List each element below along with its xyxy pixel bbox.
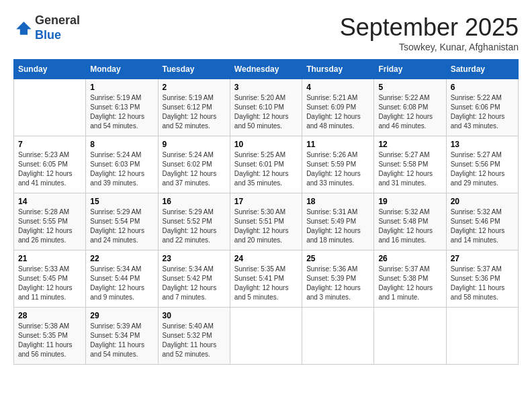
calendar-cell: 4Sunrise: 5:21 AMSunset: 6:09 PMDaylight…	[302, 79, 374, 136]
day-number: 26	[378, 254, 441, 263]
page-header: General Blue September 2025 Tsowkey, Kun…	[13, 13, 519, 52]
calendar-week-1: 1Sunrise: 5:19 AMSunset: 6:13 PMDaylight…	[14, 79, 519, 136]
calendar-cell: 5Sunrise: 5:22 AMSunset: 6:08 PMDaylight…	[374, 79, 446, 136]
day-number: 22	[90, 254, 153, 263]
day-info: Sunrise: 5:37 AMSunset: 5:38 PMDaylight:…	[378, 265, 441, 302]
title-block: September 2025 Tsowkey, Kunar, Afghanist…	[340, 13, 519, 52]
day-number: 3	[234, 83, 298, 92]
day-number: 10	[234, 140, 298, 149]
month-title: September 2025	[340, 13, 519, 42]
calendar-week-2: 7Sunrise: 5:23 AMSunset: 6:05 PMDaylight…	[14, 136, 519, 193]
day-info: Sunrise: 5:29 AMSunset: 5:52 PMDaylight:…	[163, 208, 226, 245]
day-info: Sunrise: 5:40 AMSunset: 5:32 PMDaylight:…	[163, 322, 226, 359]
calendar-cell: 27Sunrise: 5:37 AMSunset: 5:36 PMDayligh…	[446, 250, 518, 308]
calendar-week-3: 14Sunrise: 5:28 AMSunset: 5:55 PMDayligh…	[14, 193, 519, 250]
calendar-cell: 6Sunrise: 5:22 AMSunset: 6:06 PMDaylight…	[446, 79, 518, 136]
location: Tsowkey, Kunar, Afghanistan	[340, 42, 519, 52]
day-info: Sunrise: 5:31 AMSunset: 5:49 PMDaylight:…	[306, 208, 369, 245]
calendar-cell	[302, 308, 374, 365]
day-info: Sunrise: 5:30 AMSunset: 5:51 PMDaylight:…	[234, 208, 298, 245]
day-number: 8	[90, 140, 153, 149]
day-info: Sunrise: 5:25 AMSunset: 6:01 PMDaylight:…	[234, 150, 298, 188]
day-number: 15	[90, 197, 153, 206]
day-number: 7	[18, 140, 81, 149]
svg-marker-0	[16, 21, 31, 35]
calendar-body: 1Sunrise: 5:19 AMSunset: 6:13 PMDaylight…	[14, 79, 519, 365]
calendar-cell: 15Sunrise: 5:29 AMSunset: 5:54 PMDayligh…	[86, 193, 158, 250]
calendar-cell	[446, 308, 518, 365]
day-info: Sunrise: 5:32 AMSunset: 5:48 PMDaylight:…	[378, 208, 441, 245]
calendar-cell: 26Sunrise: 5:37 AMSunset: 5:38 PMDayligh…	[374, 250, 446, 308]
day-info: Sunrise: 5:33 AMSunset: 5:45 PMDaylight:…	[18, 265, 81, 302]
logo: General Blue	[13, 13, 80, 42]
logo-general: General	[35, 13, 80, 28]
day-info: Sunrise: 5:22 AMSunset: 6:06 PMDaylight:…	[451, 93, 514, 131]
weekday-header-sunday: Sunday	[14, 60, 86, 79]
day-info: Sunrise: 5:29 AMSunset: 5:54 PMDaylight:…	[90, 208, 153, 245]
day-info: Sunrise: 5:39 AMSunset: 5:34 PMDaylight:…	[90, 322, 153, 359]
calendar-cell: 8Sunrise: 5:24 AMSunset: 6:03 PMDaylight…	[86, 136, 158, 193]
day-info: Sunrise: 5:24 AMSunset: 6:02 PMDaylight:…	[163, 150, 226, 188]
day-number: 17	[234, 197, 298, 206]
weekday-header-thursday: Thursday	[302, 60, 374, 79]
day-info: Sunrise: 5:20 AMSunset: 6:10 PMDaylight:…	[234, 93, 298, 131]
day-number: 16	[163, 197, 226, 206]
calendar-cell: 16Sunrise: 5:29 AMSunset: 5:52 PMDayligh…	[158, 193, 230, 250]
calendar-header: SundayMondayTuesdayWednesdayThursdayFrid…	[14, 60, 519, 79]
logo-icon	[13, 19, 32, 38]
day-info: Sunrise: 5:19 AMSunset: 6:12 PMDaylight:…	[163, 93, 226, 131]
calendar-cell: 10Sunrise: 5:25 AMSunset: 6:01 PMDayligh…	[230, 136, 302, 193]
calendar-cell: 2Sunrise: 5:19 AMSunset: 6:12 PMDaylight…	[158, 79, 230, 136]
day-number: 4	[306, 83, 369, 92]
calendar-cell	[14, 79, 86, 136]
day-number: 23	[163, 254, 226, 263]
day-number: 24	[234, 254, 298, 263]
day-number: 20	[451, 197, 514, 206]
weekday-header-monday: Monday	[86, 60, 158, 79]
calendar-cell: 19Sunrise: 5:32 AMSunset: 5:48 PMDayligh…	[374, 193, 446, 250]
calendar-week-5: 28Sunrise: 5:38 AMSunset: 5:35 PMDayligh…	[14, 308, 519, 365]
day-info: Sunrise: 5:24 AMSunset: 6:03 PMDaylight:…	[90, 150, 153, 188]
day-number: 9	[163, 140, 226, 149]
weekday-header-saturday: Saturday	[446, 60, 518, 79]
calendar-cell: 9Sunrise: 5:24 AMSunset: 6:02 PMDaylight…	[158, 136, 230, 193]
day-info: Sunrise: 5:27 AMSunset: 5:58 PMDaylight:…	[378, 150, 441, 188]
day-info: Sunrise: 5:38 AMSunset: 5:35 PMDaylight:…	[18, 322, 81, 359]
calendar-cell: 23Sunrise: 5:34 AMSunset: 5:42 PMDayligh…	[158, 250, 230, 308]
day-number: 28	[18, 311, 81, 320]
calendar-cell	[374, 308, 446, 365]
calendar-cell: 3Sunrise: 5:20 AMSunset: 6:10 PMDaylight…	[230, 79, 302, 136]
day-number: 14	[18, 197, 81, 206]
logo-text: General Blue	[35, 13, 80, 42]
day-info: Sunrise: 5:21 AMSunset: 6:09 PMDaylight:…	[306, 93, 369, 131]
calendar-cell: 7Sunrise: 5:23 AMSunset: 6:05 PMDaylight…	[14, 136, 86, 193]
day-info: Sunrise: 5:26 AMSunset: 5:59 PMDaylight:…	[306, 150, 369, 188]
calendar-cell: 20Sunrise: 5:32 AMSunset: 5:46 PMDayligh…	[446, 193, 518, 250]
calendar-cell: 30Sunrise: 5:40 AMSunset: 5:32 PMDayligh…	[158, 308, 230, 365]
day-number: 13	[451, 140, 514, 149]
day-number: 1	[90, 83, 153, 92]
day-info: Sunrise: 5:19 AMSunset: 6:13 PMDaylight:…	[90, 93, 153, 131]
calendar-cell: 13Sunrise: 5:27 AMSunset: 5:56 PMDayligh…	[446, 136, 518, 193]
day-number: 30	[163, 311, 226, 320]
day-info: Sunrise: 5:34 AMSunset: 5:44 PMDaylight:…	[90, 265, 153, 302]
calendar-cell: 14Sunrise: 5:28 AMSunset: 5:55 PMDayligh…	[14, 193, 86, 250]
day-info: Sunrise: 5:22 AMSunset: 6:08 PMDaylight:…	[378, 93, 441, 131]
day-number: 19	[378, 197, 441, 206]
calendar-week-4: 21Sunrise: 5:33 AMSunset: 5:45 PMDayligh…	[14, 250, 519, 308]
calendar-cell: 21Sunrise: 5:33 AMSunset: 5:45 PMDayligh…	[14, 250, 86, 308]
calendar-cell: 29Sunrise: 5:39 AMSunset: 5:34 PMDayligh…	[86, 308, 158, 365]
day-info: Sunrise: 5:28 AMSunset: 5:55 PMDaylight:…	[18, 208, 81, 245]
day-number: 27	[451, 254, 514, 263]
calendar-cell: 1Sunrise: 5:19 AMSunset: 6:13 PMDaylight…	[86, 79, 158, 136]
calendar-cell	[230, 308, 302, 365]
calendar-cell: 18Sunrise: 5:31 AMSunset: 5:49 PMDayligh…	[302, 193, 374, 250]
calendar-cell: 28Sunrise: 5:38 AMSunset: 5:35 PMDayligh…	[14, 308, 86, 365]
day-info: Sunrise: 5:35 AMSunset: 5:41 PMDaylight:…	[234, 265, 298, 302]
day-info: Sunrise: 5:37 AMSunset: 5:36 PMDaylight:…	[451, 265, 514, 302]
day-number: 29	[90, 311, 153, 320]
calendar-table: SundayMondayTuesdayWednesdayThursdayFrid…	[13, 59, 519, 365]
day-info: Sunrise: 5:23 AMSunset: 6:05 PMDaylight:…	[18, 150, 81, 188]
logo-blue: Blue	[35, 28, 80, 43]
day-info: Sunrise: 5:36 AMSunset: 5:39 PMDaylight:…	[306, 265, 369, 302]
